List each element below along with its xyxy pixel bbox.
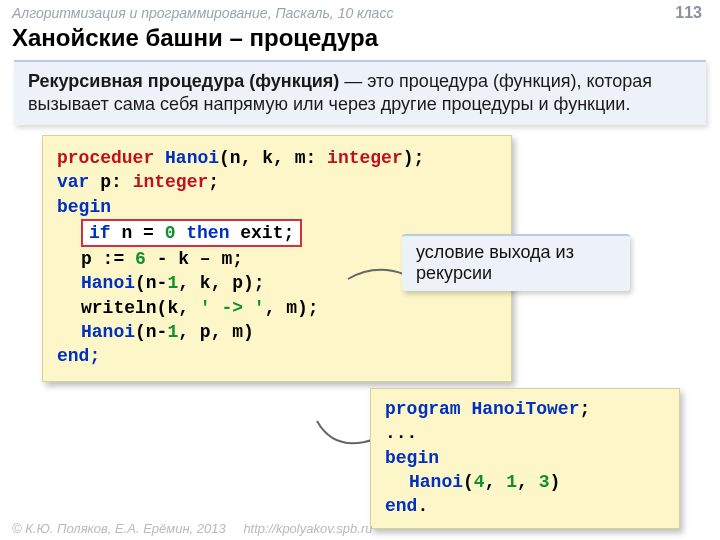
course-label: Алгоритмизация и программирование, Паска… xyxy=(12,5,393,21)
prog-line-5: end. xyxy=(385,494,665,518)
definition-lead: Рекурсивная процедура (функция) xyxy=(28,71,339,91)
exit-condition-highlight: if n = 0 then exit; xyxy=(81,219,302,247)
note-exit-condition: условие выхода из рекурсии xyxy=(402,234,630,291)
code-line-8: Hanoi(n-1, p, m) xyxy=(57,320,497,344)
copyright: © К.Ю. Поляков, Е.А. Ерёмин, 2013 xyxy=(12,521,226,536)
page-title: Ханойские башни – процедура xyxy=(0,22,720,58)
prog-line-2: ... xyxy=(385,421,665,445)
program-block: program HanoiTower; ... begin Hanoi(4, 1… xyxy=(370,388,680,529)
prog-line-3: begin xyxy=(385,446,665,470)
code-line-7: writeln(k, ' -> ', m); xyxy=(57,296,497,320)
code-line-2: var p: integer; xyxy=(57,170,497,194)
page-number: 113 xyxy=(675,4,702,22)
prog-line-1: program HanoiTower; xyxy=(385,397,665,421)
code-line-1: proceduer Hanoi(n, k, m: integer); xyxy=(57,146,497,170)
prog-line-4: Hanoi(4, 1, 3) xyxy=(385,470,665,494)
code-line-3: begin xyxy=(57,195,497,219)
definition-block: Рекурсивная процедура (функция) — это пр… xyxy=(14,60,706,125)
code-line-9: end; xyxy=(57,344,497,368)
slide-header: Алгоритмизация и программирование, Паска… xyxy=(0,0,720,22)
slide-footer: © К.Ю. Поляков, Е.А. Ерёмин, 2013 http:/… xyxy=(12,521,372,536)
footer-url: http://kpolyakov.spb.ru xyxy=(243,521,372,536)
